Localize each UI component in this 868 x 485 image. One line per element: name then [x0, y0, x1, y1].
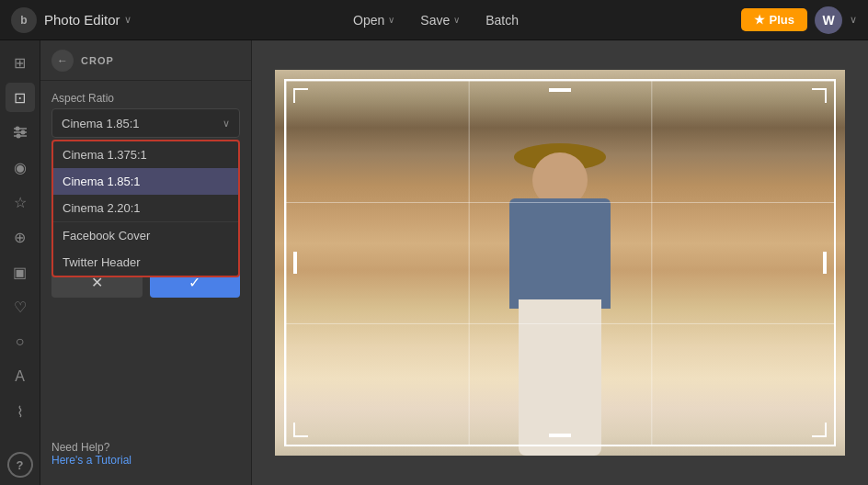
- svg-point-4: [20, 130, 25, 135]
- photo-container: [275, 70, 845, 456]
- avatar-chevron[interactable]: ∨: [850, 14, 857, 26]
- svg-point-5: [16, 134, 20, 139]
- help-button[interactable]: ?: [7, 452, 33, 478]
- dropdown-item-cinema-185[interactable]: Cinema 1.85:1: [53, 168, 238, 195]
- save-chevron: ∨: [453, 15, 460, 25]
- dropdown-item-facebook[interactable]: Facebook Cover: [53, 222, 238, 249]
- dropdown-item-cinema-1375[interactable]: Cinema 1.375:1: [53, 141, 238, 168]
- sidebar-item-text[interactable]: A: [6, 362, 35, 391]
- help-title: Need Help?: [51, 441, 240, 454]
- help-section: Need Help? Here's a Tutorial: [51, 434, 240, 474]
- topbar: b Photo Editor ∨ Open ∨ Save ∨ Batch ★ P…: [0, 0, 868, 40]
- sidebar-item-brush[interactable]: ⌇: [6, 397, 35, 426]
- selected-option-text: Cinema 1.85:1: [62, 117, 140, 130]
- aspect-ratio-label: Aspect Ratio: [51, 92, 240, 105]
- dropdown-item-cinema-220[interactable]: Cinema 2.20:1: [53, 195, 238, 221]
- canvas-area[interactable]: [252, 40, 868, 485]
- left-sidebar: ⊞ ⊡ ◉ ☆ ⊕ ▣ ♡ ○ A ⌇ ?: [0, 40, 40, 485]
- panel-content: Aspect Ratio Cinema 1.85:1 ∨ Cinema 1.37…: [40, 81, 251, 485]
- crop-panel: ← CROP Aspect Ratio Cinema 1.85:1 ∨ Cine…: [40, 40, 252, 485]
- open-chevron: ∨: [388, 15, 394, 25]
- app-title-text: Photo Editor: [44, 12, 120, 28]
- app-title-group[interactable]: Photo Editor ∨: [44, 12, 131, 28]
- sidebar-item-frame[interactable]: ▣: [6, 257, 35, 287]
- select-chevron: ∨: [223, 118, 230, 130]
- open-button[interactable]: Open ∨: [344, 9, 404, 31]
- app-logo: b: [11, 7, 37, 33]
- aspect-ratio-select-wrapper: Cinema 1.85:1 ∨ Cinema 1.375:1 Cinema 1.…: [51, 108, 240, 138]
- sidebar-item-sliders[interactable]: [6, 118, 35, 147]
- help-link[interactable]: Here's a Tutorial: [51, 454, 240, 467]
- save-button[interactable]: Save ∨: [411, 9, 469, 31]
- main-area: ⊞ ⊡ ◉ ☆ ⊕ ▣ ♡ ○ A ⌇ ? ← CROP Aspect Rati…: [0, 40, 868, 485]
- plus-button[interactable]: ★ Plus: [741, 8, 807, 31]
- app-title-chevron: ∨: [124, 14, 131, 26]
- sidebar-item-layers[interactable]: ⊞: [6, 48, 35, 77]
- batch-button[interactable]: Batch: [476, 9, 528, 31]
- aspect-ratio-select[interactable]: Cinema 1.85:1 ∨: [51, 108, 240, 138]
- sidebar-item-eye[interactable]: ◉: [6, 152, 35, 182]
- sidebar-item-nodes[interactable]: ⊕: [6, 222, 35, 252]
- sidebar-item-adjust[interactable]: ⊡: [6, 83, 35, 112]
- avatar[interactable]: W: [815, 6, 842, 34]
- panel-header: ← CROP: [40, 40, 251, 81]
- back-button[interactable]: ←: [51, 50, 74, 72]
- sidebar-item-heart[interactable]: ♡: [6, 292, 35, 321]
- panel-title: CROP: [81, 55, 114, 66]
- aspect-ratio-dropdown: Cinema 1.375:1 Cinema 1.85:1 Cinema 2.20…: [51, 140, 240, 277]
- aspect-ratio-section: Aspect Ratio Cinema 1.85:1 ∨ Cinema 1.37…: [51, 92, 240, 138]
- plus-star-icon: ★: [754, 13, 765, 27]
- dropdown-item-twitter[interactable]: Twitter Header: [53, 249, 238, 276]
- sidebar-item-star[interactable]: ☆: [6, 187, 35, 217]
- svg-point-3: [15, 127, 19, 131]
- person-figure: [468, 143, 652, 456]
- sidebar-item-shape[interactable]: ○: [6, 327, 35, 356]
